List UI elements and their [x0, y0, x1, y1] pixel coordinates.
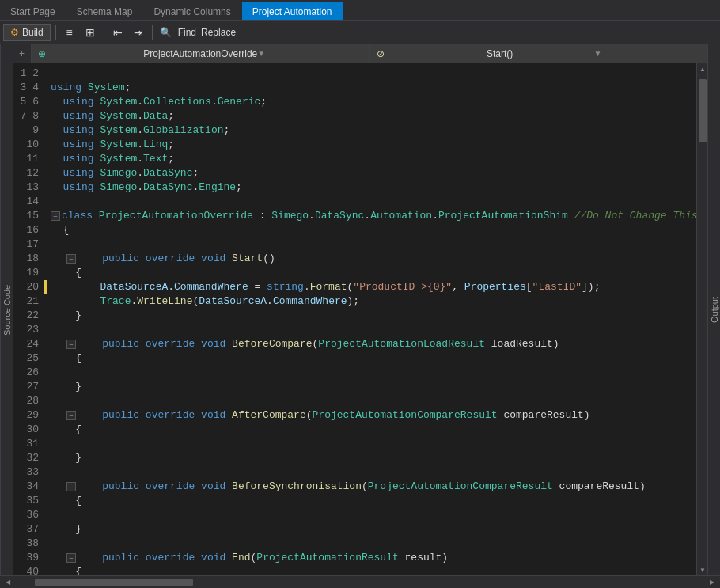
selector-bar: + ⊕ ProjectAutomationOverride ▼ ⊘ Start(… [13, 44, 707, 63]
code-editor[interactable]: using System; using System.Collections.G… [44, 63, 696, 575]
find-label: Find [178, 27, 196, 38]
tab-bar: Start Page Schema Map Dynamic Columns Pr… [0, 0, 720, 21]
current-line-indicator [44, 280, 47, 294]
method-icon: ⊘ [377, 48, 484, 59]
editor-container: + ⊕ ProjectAutomationOverride ▼ ⊘ Start(… [13, 44, 707, 575]
build-icon: ⚙ [10, 27, 19, 38]
scroll-left-arrow[interactable]: ◀ [2, 576, 14, 589]
scroll-right-arrow[interactable]: ▶ [706, 576, 718, 589]
add-icon: + [19, 48, 25, 59]
code-area: 1 2 3 4 5 6 7 8 9 10 11 12 13 14 15 16 1… [13, 63, 707, 575]
tab-schema-map[interactable]: Schema Map [66, 2, 143, 20]
h-scroll-thumb[interactable] [35, 579, 193, 586]
tab-dynamic-columns[interactable]: Dynamic Columns [143, 2, 241, 20]
scroll-down-arrow[interactable]: ▼ [697, 564, 707, 575]
tab-project-automation[interactable]: Project Automation [242, 2, 343, 20]
method-selector[interactable]: ⊘ Start() ▼ [370, 44, 708, 63]
toolbar-separator-3 [152, 25, 153, 40]
h-scroll-track [27, 579, 693, 586]
class-dropdown-arrow: ▼ [257, 49, 362, 58]
line-numbers: 1 2 3 4 5 6 7 8 9 10 11 12 13 14 15 16 1… [13, 63, 44, 575]
source-code-label: Source Code [0, 44, 13, 575]
outdent-btn[interactable]: ⊞ [81, 24, 99, 41]
output-panel: Output [707, 44, 720, 575]
scroll-thumb[interactable] [699, 79, 707, 142]
build-button[interactable]: ⚙ Build [3, 24, 51, 41]
toolbar-separator-2 [104, 25, 104, 40]
add-class-btn[interactable]: + [13, 44, 32, 63]
decrease-indent-btn[interactable]: ⇤ [109, 24, 127, 41]
class-selector-icon: ⊕ [38, 48, 143, 59]
horizontal-scrollbar[interactable]: ◀ ▶ [0, 575, 720, 588]
main-area: Source Code + ⊕ ProjectAutomationOverrid… [0, 44, 720, 575]
search-icon[interactable]: 🔍 [157, 24, 175, 41]
increase-indent-btn[interactable]: ⇥ [130, 24, 147, 41]
tab-start-page[interactable]: Start Page [0, 2, 66, 20]
vertical-scrollbar[interactable]: ▲ ▼ [696, 63, 707, 575]
toolbar: ⚙ Build ≡ ⊞ ⇤ ⇥ 🔍 Find Replace [0, 21, 720, 44]
replace-label: Replace [201, 27, 236, 38]
scroll-up-arrow[interactable]: ▲ [697, 63, 707, 74]
output-label: Output [710, 297, 719, 323]
indent-list-btn[interactable]: ≡ [61, 24, 78, 41]
class-selector[interactable]: ⊕ ProjectAutomationOverride ▼ [32, 44, 370, 63]
toolbar-separator-1 [55, 25, 56, 40]
method-dropdown-arrow: ▼ [594, 49, 702, 58]
